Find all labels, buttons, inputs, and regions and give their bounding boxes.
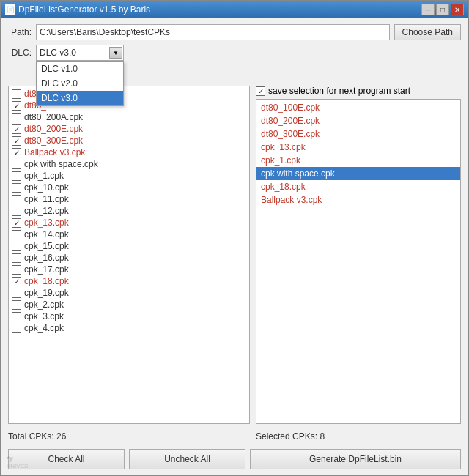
file-name: cpk_16.cpk [24,253,69,263]
list-item: ✓cpk_18.cpk [9,275,249,287]
total-cpks-label: Total CPKs: [8,431,54,442]
file-checkbox[interactable] [12,230,21,239]
file-checkbox[interactable]: ✓ [12,124,21,134]
file-checkbox[interactable]: ✓ [12,218,21,228]
title-bar: 📄 DpFileListGenerator v1.5 by Baris ─ □ … [1,1,468,18]
file-name: cpk_19.cpk [24,288,69,298]
close-button[interactable]: ✕ [451,4,464,15]
path-label: Path: [8,27,32,37]
list-item: cpk_14.cpk [9,228,249,240]
file-list[interactable]: dt80✓dt80_dt80_200A.cpk✓dt80_200E.cpk✓dt… [9,86,249,423]
file-name: cpk_2.cpk [24,300,64,310]
file-name: dt80_200A.cpk [24,112,83,122]
list-item: dt80_200A.cpk [9,111,249,123]
watermark: 🦅KNIVES [7,456,28,469]
dlc-select-wrapper: ▼ DLC v1.0 DLC v2.0 DLC v3.0 [36,45,124,61]
dlc-dropdown: DLC v1.0 DLC v2.0 DLC v3.0 [36,61,124,106]
list-item: ✓dt80_200E.cpk [9,123,249,135]
right-list-item[interactable]: dt80_100E.cpk [256,101,460,114]
right-list-item[interactable]: dt80_300E.cpk [256,127,460,141]
list-item: cpk_10.cpk [9,182,249,193]
file-name: cpk_4.cpk [24,323,64,333]
dlc-label: DLC: [8,48,32,58]
path-row: Path: Choose Path [8,24,461,40]
window-controls: ─ □ ✕ [421,4,464,15]
file-checkbox[interactable] [12,89,21,99]
list-item: ✓dt80_300E.cpk [9,135,249,146]
selected-cpks-value: 8 [320,431,325,442]
save-selection-checkbox[interactable]: ✓ [256,86,265,96]
dlc-select[interactable] [36,45,124,61]
list-item: cpk_17.cpk [9,264,249,275]
list-item: cpk_16.cpk [9,252,249,264]
file-name: dt80_200E.cpk [24,124,83,134]
save-selection-label: save selection for next program start [268,86,410,96]
list-item: cpk_15.cpk [9,240,249,252]
save-selection-row: ✓ save selection for next program start [256,86,461,96]
file-checkbox[interactable]: ✓ [12,148,21,157]
file-checkbox[interactable] [12,207,21,216]
total-cpks-status: Total CPKs: 26 [8,431,256,442]
list-item: ✓cpk_13.cpk [9,217,249,228]
file-name: cpk with space.cpk [24,159,98,169]
total-cpks-value: 26 [56,431,66,442]
right-list-item[interactable]: cpk_18.cpk [256,180,460,193]
file-checkbox[interactable] [12,265,21,275]
file-checkbox[interactable] [12,312,21,321]
dlc-option-v1[interactable]: DLC v1.0 [37,62,123,76]
bottom-buttons: Check All Uncheck All Generate DpFileLis… [8,446,461,469]
file-checkbox[interactable]: ✓ [12,136,21,146]
list-item: cpk_2.cpk [9,299,249,310]
dlc-option-v3[interactable]: DLC v3.0 [37,91,123,105]
file-name: cpk_15.cpk [24,241,69,251]
content-area: Path: Choose Path DLC: ▼ DLC v1.0 DLC v2… [1,18,468,475]
file-name: cpk_11.cpk [24,194,69,204]
file-checkbox[interactable] [12,171,21,181]
file-checkbox[interactable] [12,183,21,193]
file-checkbox[interactable] [12,113,21,122]
main-window: 📄 DpFileListGenerator v1.5 by Baris ─ □ … [0,0,469,476]
right-list-item[interactable]: dt80_200E.cpk [256,114,460,127]
dlc-option-v2[interactable]: DLC v2.0 [37,76,123,91]
file-name: cpk_13.cpk [24,217,69,228]
selected-cpks-label: Selected CPKs: [256,431,317,442]
file-name: cpk_3.cpk [24,311,64,321]
right-list-item[interactable]: Ballpack v3.cpk [256,193,460,207]
minimize-button[interactable]: ─ [421,4,435,15]
title-bar-left: 📄 DpFileListGenerator v1.5 by Baris [5,4,150,15]
list-item: cpk_3.cpk [9,310,249,322]
path-input[interactable] [36,24,390,40]
file-checkbox[interactable] [12,160,21,169]
list-item: cpk_4.cpk [9,322,249,334]
main-area: dt80✓dt80_dt80_200A.cpk✓dt80_200E.cpk✓dt… [8,86,461,424]
generate-button[interactable]: Generate DpFileList.bin [250,449,461,469]
app-icon: 📄 [5,4,15,15]
file-name: cpk_12.cpk [24,206,69,216]
file-checkbox[interactable] [12,324,21,333]
uncheck-all-button[interactable]: Uncheck All [129,449,245,469]
maximize-button[interactable]: □ [436,4,449,15]
file-checkbox[interactable]: ✓ [12,101,21,111]
file-checkbox[interactable] [12,289,21,298]
file-name: dt80_300E.cpk [24,135,83,146]
right-list-item[interactable]: cpk_13.cpk [256,141,460,154]
choose-path-button[interactable]: Choose Path [394,24,461,40]
file-checkbox[interactable]: ✓ [12,277,21,286]
file-checkbox[interactable] [12,242,21,251]
file-checkbox[interactable] [12,300,21,310]
right-list-item[interactable]: cpk_1.cpk [256,154,460,167]
right-file-list: dt80_100E.cpkdt80_200E.cpkdt80_300E.cpkc… [256,99,461,424]
right-panel: ✓ save selection for next program start … [256,86,461,424]
list-item: cpk_1.cpk [9,170,249,182]
list-item: cpk_12.cpk [9,205,249,217]
window-title: DpFileListGenerator v1.5 by Baris [18,4,150,15]
right-list-item[interactable]: cpk with space.cpk [256,167,460,180]
file-name: cpk_1.cpk [24,171,64,181]
file-checkbox[interactable] [12,195,21,204]
dlc-row: DLC: ▼ DLC v1.0 DLC v2.0 DLC v3.0 [8,45,461,61]
file-name: cpk_14.cpk [24,229,69,239]
file-checkbox[interactable] [12,253,21,263]
file-name: cpk_10.cpk [24,182,69,193]
list-item: cpk_11.cpk [9,193,249,205]
left-panel: dt80✓dt80_dt80_200A.cpk✓dt80_200E.cpk✓dt… [8,86,250,424]
